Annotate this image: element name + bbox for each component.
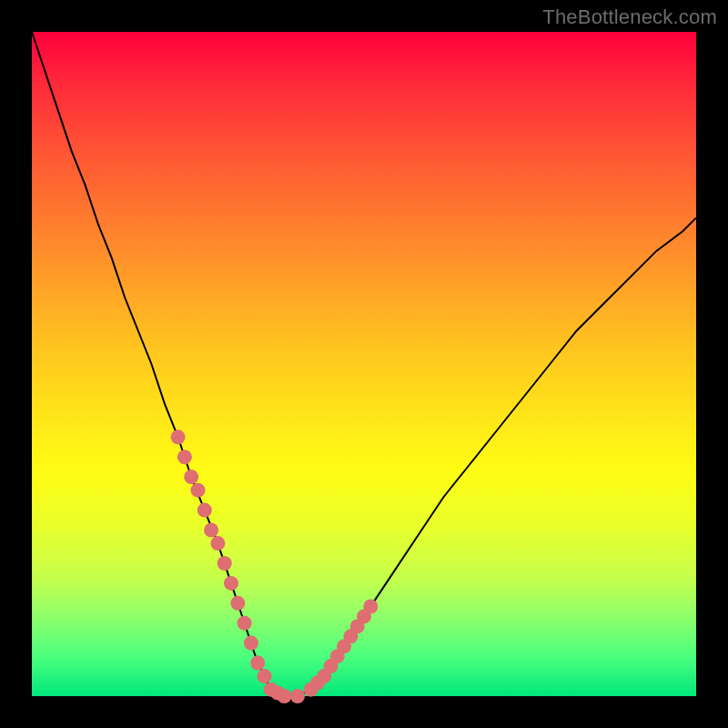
chart-frame: TheBottleneck.com <box>0 0 728 728</box>
plot-area <box>32 32 696 696</box>
curve-marker <box>184 470 198 484</box>
curve-marker <box>217 556 232 571</box>
curve-line <box>32 32 696 696</box>
curve-marker <box>177 450 192 464</box>
curve-marker <box>204 523 218 538</box>
curve-marker <box>210 536 225 551</box>
curve-marker <box>230 596 245 611</box>
curve-marker <box>224 576 238 591</box>
curve-marker <box>363 600 378 614</box>
bottleneck-curve <box>32 32 696 696</box>
watermark-text: TheBottleneck.com <box>542 5 717 29</box>
curve-markers <box>171 430 379 703</box>
curve-marker <box>250 656 265 671</box>
curve-marker <box>197 503 212 518</box>
curve-marker <box>244 636 258 651</box>
curve-marker <box>171 430 186 444</box>
curve-marker <box>290 689 305 703</box>
curve-marker <box>258 669 272 683</box>
curve-marker <box>277 689 291 703</box>
curve-marker <box>191 483 206 498</box>
curve-marker <box>238 616 252 631</box>
